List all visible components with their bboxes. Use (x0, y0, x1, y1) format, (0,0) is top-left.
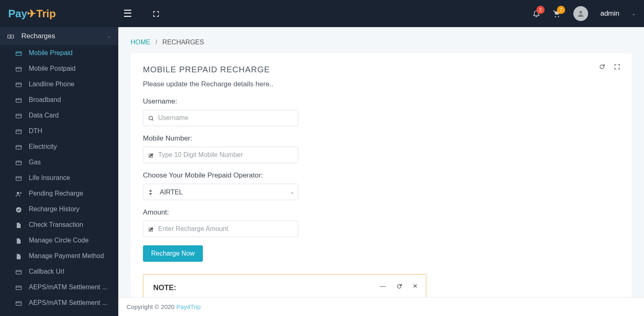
mobile-input[interactable] (158, 151, 293, 159)
sidebar-item-label: Mobile Prepaid (29, 49, 73, 57)
mobile-label: Mobile Number: (143, 134, 619, 143)
sidebar-item-label: Recharge History (29, 205, 80, 213)
sidebar-item-label: DTH (29, 127, 42, 135)
mobile-field-wrap (143, 147, 298, 163)
sidebar-item-aeps-matm-settlement[interactable]: AEPS/mATM Settlement ... (0, 295, 118, 311)
hamburger-menu-icon[interactable]: ☰ (123, 8, 132, 19)
sidebar-item-manage-payment-method[interactable]: Manage Payment Method (0, 248, 118, 264)
edit-icon (148, 226, 154, 232)
chevron-down-icon: ⌄ (107, 33, 111, 39)
close-icon[interactable]: ✕ (413, 283, 418, 289)
sidebar-item-label: Life Insurance (29, 174, 70, 182)
check-icon (16, 205, 23, 213)
note-box: — ✕ NOTE: You can recharge your Mobile P… (143, 274, 426, 297)
card-icon (16, 159, 23, 166)
cart-icon[interactable]: 7 (553, 9, 561, 18)
svg-rect-14 (16, 270, 21, 274)
card-icon (16, 268, 23, 275)
sidebar-item-label: AEPS/mATM Settlement ... (29, 299, 108, 307)
sidebar-item-electricity[interactable]: Electricity (0, 139, 118, 155)
sidebar-item-label: Pending Recharge (29, 190, 83, 197)
nav-group-label: Recharges (21, 32, 55, 40)
svg-rect-4 (16, 67, 21, 71)
sidebar-item-label: Manage Circle Code (29, 237, 89, 244)
operator-label: Choose Your Mobile Prepaid Operator: (143, 171, 619, 180)
sidebar-item-label: Electricity (29, 143, 57, 150)
refresh-icon[interactable] (396, 283, 402, 289)
page-title: MOBILE PREPAID RECHARGE (143, 65, 619, 74)
svg-rect-10 (16, 161, 21, 165)
card-icon (16, 299, 23, 307)
file-icon (16, 252, 23, 260)
username-field-wrap (143, 110, 298, 126)
amount-label: Amount: (143, 208, 619, 217)
sidebar-item-aeps-matm-settlement[interactable]: AEPS/mATM Settlement ... (0, 279, 118, 295)
logo[interactable]: Pay✈Trip (8, 7, 123, 20)
svg-rect-11 (16, 177, 21, 180)
sidebar-item-callback-url[interactable]: Callback Url (0, 264, 118, 279)
sidebar: Recharges ⌄ Mobile PrepaidMobile Postpai… (0, 27, 118, 316)
sidebar-item-broadband[interactable]: Broadband (0, 92, 118, 108)
sidebar-item-pending-recharge[interactable]: Pending Recharge (0, 186, 118, 201)
sidebar-item-label: Mobile Postpaid (29, 65, 76, 72)
sidebar-item-gas[interactable]: Gas (0, 155, 118, 170)
username-input[interactable] (158, 114, 293, 122)
sidebar-item-label: Landline Phone (29, 81, 74, 88)
nav-group-recharges[interactable]: Recharges ⌄ (0, 27, 118, 45)
recharge-button[interactable]: Recharge Now (143, 245, 203, 262)
user-x-icon (16, 190, 23, 197)
breadcrumb-sep: / (155, 39, 157, 46)
sidebar-item-label: Check Transaction (29, 221, 83, 228)
svg-rect-1 (8, 35, 14, 38)
sidebar-item-landline-phone[interactable]: Landline Phone (0, 76, 118, 92)
sort-icon (148, 189, 153, 195)
sidebar-item-mobile-prepaid[interactable]: Mobile Prepaid (0, 45, 118, 61)
search-icon (148, 115, 154, 121)
logo-o: ✈ (27, 7, 36, 20)
sidebar-item-recharge-history[interactable]: Recharge History (0, 201, 118, 217)
expand-icon[interactable] (614, 62, 620, 70)
content-card: MOBILE PREPAID RECHARGE Please update th… (131, 53, 632, 297)
sidebar-item-manage-circle-code[interactable]: Manage Circle Code (0, 233, 118, 248)
footer: Copyright © 2020 Pay4Trip (118, 297, 644, 316)
breadcrumb: HOME / RECHARGES (118, 27, 644, 53)
sidebar-item-label: Data Card (29, 112, 59, 119)
fullscreen-icon[interactable] (153, 10, 159, 17)
username-label: Username: (143, 97, 619, 106)
cart-badge: 7 (557, 6, 565, 14)
sidebar-item-life-insurance[interactable]: Life Insurance (0, 170, 118, 186)
card-icon (16, 96, 23, 104)
file-icon (16, 237, 23, 244)
page-subtitle: Please update the Recharge details here.… (143, 80, 619, 88)
svg-rect-16 (16, 302, 21, 305)
sidebar-item-mobile-postpaid[interactable]: Mobile Postpaid (0, 61, 118, 76)
footer-link[interactable]: Pay4Trip (176, 303, 200, 310)
svg-rect-5 (16, 83, 21, 87)
minimize-icon[interactable]: — (380, 283, 386, 289)
sidebar-item-label: Gas (29, 159, 41, 166)
amount-input[interactable] (158, 225, 293, 233)
sidebar-item-data-card[interactable]: Data Card (0, 108, 118, 123)
user-name[interactable]: admin (600, 9, 619, 18)
breadcrumb-current: RECHARGES (162, 39, 204, 46)
sidebar-item-dth[interactable]: DTH (0, 123, 118, 139)
edit-icon (148, 152, 154, 158)
operator-select[interactable]: AIRTEL (143, 184, 298, 200)
svg-point-2 (10, 36, 12, 37)
breadcrumb-home[interactable]: HOME (131, 39, 150, 46)
card-icon (16, 143, 23, 150)
sidebar-item-label: Callback Url (29, 268, 64, 275)
card-icon (16, 127, 23, 135)
card-icon (16, 49, 23, 57)
chevron-down-icon[interactable]: ⌄ (632, 11, 636, 16)
avatar[interactable] (573, 6, 588, 21)
amount-field-wrap (143, 221, 298, 237)
svg-rect-7 (16, 114, 21, 118)
file-icon (16, 221, 23, 228)
logo-pay: Pay (8, 7, 27, 20)
notifications-icon[interactable]: 2 (532, 9, 540, 18)
refresh-icon[interactable] (599, 62, 605, 70)
svg-rect-15 (16, 286, 21, 290)
sidebar-item-check-transaction[interactable]: Check Transaction (0, 217, 118, 233)
card-icon (16, 174, 23, 182)
